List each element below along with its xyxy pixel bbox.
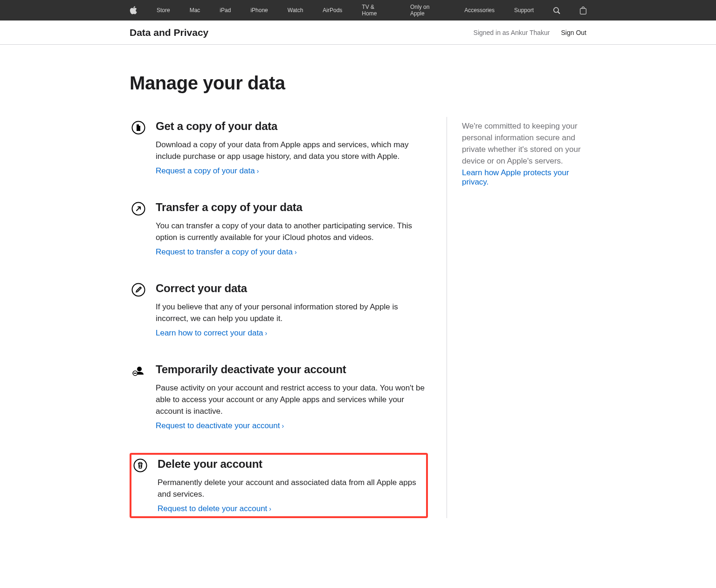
svg-point-6 [134,459,147,472]
trash-icon [133,458,147,472]
option-heading: Transfer a copy of your data [156,201,426,214]
option-correct: Correct your data If you believe that an… [130,279,428,341]
sidebar: We're committed to keeping your personal… [447,117,586,518]
local-nav: Data and Privacy Signed in as Ankur Thak… [0,21,716,45]
option-link-deactivate[interactable]: Request to deactivate your account› [156,421,284,431]
nav-iphone[interactable]: iPhone [250,7,268,14]
sidebar-text: We're committed to keeping your personal… [462,121,586,167]
svg-point-2 [132,283,145,296]
bag-icon[interactable] [580,7,586,14]
option-desc: You can transfer a copy of your data to … [156,220,426,244]
option-link-transfer[interactable]: Request to transfer a copy of your data› [156,247,297,257]
sign-out-link[interactable]: Sign Out [561,29,586,36]
local-nav-title: Data and Privacy [130,27,208,38]
nav-watch[interactable]: Watch [288,7,303,14]
svg-point-3 [137,367,142,371]
option-desc: Pause activity on your account and restr… [156,383,426,417]
option-heading: Correct your data [156,282,426,295]
search-icon[interactable] [553,7,560,14]
signed-in-text: Signed in as Ankur Thakur [474,29,550,36]
option-heading: Delete your account [158,458,424,471]
page-title: Manage your data [130,73,586,94]
arrow-out-icon [131,202,145,216]
option-delete: Delete your account Permanently delete y… [130,453,428,518]
option-desc: Download a copy of your data from Apple … [156,139,426,163]
svg-rect-5 [134,373,137,374]
nav-ipad[interactable]: iPad [220,7,231,14]
options-column: Get a copy of your data Download a copy … [130,117,428,518]
option-link-correct[interactable]: Learn how to correct your data› [156,328,267,338]
nav-only-on-apple[interactable]: Only on Apple [410,4,445,17]
option-heading: Temporarily deactivate your account [156,363,426,376]
nav-accessories[interactable]: Accessories [464,7,495,14]
option-heading: Get a copy of your data [156,120,426,133]
user-pause-icon [131,364,145,378]
nav-tv-home[interactable]: TV & Home [362,4,391,17]
global-nav: Store Mac iPad iPhone Watch AirPods TV &… [0,0,716,21]
nav-store[interactable]: Store [157,7,170,14]
nav-mac[interactable]: Mac [190,7,200,14]
apple-logo-icon[interactable] [130,6,137,14]
option-link-get-copy[interactable]: Request a copy of your data› [156,166,259,176]
option-transfer: Transfer a copy of your data You can tra… [130,198,428,260]
option-get-copy: Get a copy of your data Download a copy … [130,117,428,178]
option-desc: If you believe that any of your personal… [156,301,426,325]
option-deactivate: Temporarily deactivate your account Paus… [130,360,428,433]
option-link-delete[interactable]: Request to delete your account› [158,504,271,513]
document-download-icon [131,121,145,135]
sidebar-link-privacy[interactable]: Learn how Apple protects your privacy. [462,168,569,186]
nav-airpods[interactable]: AirPods [323,7,342,14]
option-desc: Permanently delete your account and asso… [158,477,424,500]
pencil-icon [131,283,145,297]
nav-support[interactable]: Support [514,7,534,14]
